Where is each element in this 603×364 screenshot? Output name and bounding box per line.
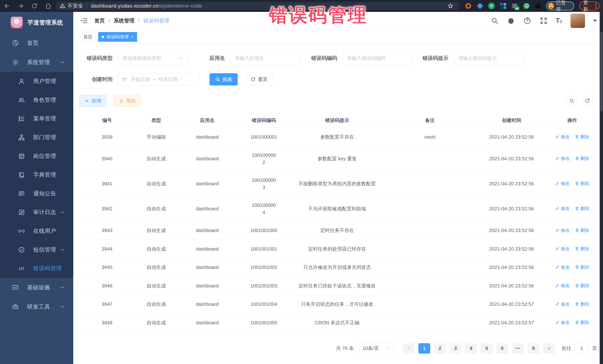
sidebar-item-error-code-management[interactable]: 错误码管理 [0, 259, 73, 278]
error-type-select[interactable]: 请选择错误码类型 [118, 52, 188, 65]
delete-link[interactable]: 删除 [575, 282, 589, 289]
header-search-icon[interactable] [491, 17, 499, 25]
extension-gem-icon[interactable] [476, 2, 483, 10]
cell-created: 2021-04-20 23:52:56 [476, 146, 547, 171]
breadcrumb-system[interactable]: 系统管理 [114, 17, 135, 24]
profile-paused-badge[interactable]: 已暂停 [546, 1, 574, 10]
delete-link[interactable]: 删除 [575, 133, 589, 140]
tab-close-icon[interactable]: × [131, 35, 134, 39]
address-bar[interactable]: 不安全 dashboard.yudao.iocoder.cn/system/er… [56, 2, 460, 10]
sidebar-item-system-management[interactable]: 系统管理 [0, 53, 73, 72]
extensions-puzzle-icon[interactable] [534, 2, 541, 10]
delete-link[interactable]: 删除 [575, 155, 589, 162]
tab-error-code-management[interactable]: 错误码管理 × [98, 32, 137, 42]
error-code-input[interactable]: 请输入错误码编码 [342, 52, 413, 65]
browser-scrollbar[interactable] [600, 0, 603, 364]
sidebar-item-label: 短信管理 [33, 246, 56, 254]
edit-link[interactable]: 修改 [555, 319, 570, 326]
sidebar-item-label: 研发工具 [27, 303, 50, 311]
browser-menu-kebab-icon[interactable] [595, 3, 596, 9]
add-button[interactable]: 新增 [79, 95, 106, 107]
browser-update-button[interactable]: 更新 [579, 1, 600, 11]
delete-link[interactable]: 删除 [575, 300, 589, 308]
edit-link[interactable]: 修改 [555, 205, 570, 212]
delete-link[interactable]: 删除 [575, 205, 589, 212]
next-page-button[interactable]: › [543, 343, 555, 354]
edit-link[interactable]: 修改 [555, 227, 570, 234]
prev-page-button[interactable]: ‹ [403, 343, 415, 354]
delete-link[interactable]: 删除 [575, 264, 589, 271]
edit-link[interactable]: 修改 [555, 155, 570, 162]
extension-orange-icon[interactable] [465, 2, 472, 10]
sidebar-item-dept-management[interactable]: 部门管理 [0, 128, 73, 147]
sidebar-item-audit-log[interactable]: 审计日志 [0, 203, 73, 222]
edit-link[interactable]: 修改 [555, 180, 570, 187]
filter-date-label: 创建时间 [79, 76, 113, 83]
reset-button[interactable]: 重置 [245, 73, 273, 86]
delete-link[interactable]: 删除 [575, 245, 589, 252]
bookmark-star-icon[interactable] [448, 3, 453, 9]
sidebar-item-label: 错误码管理 [33, 265, 62, 272]
sidebar-item-home[interactable]: 首页 [0, 33, 73, 53]
user-avatar[interactable] [570, 13, 585, 28]
delete-link[interactable]: 删除 [575, 180, 589, 187]
cell-id: 3947 [79, 295, 135, 314]
sidebar-item-infrastructure[interactable]: 基础设施 [0, 278, 73, 297]
error-hint-input[interactable]: 请输入错误码提示 [454, 52, 524, 65]
search-button[interactable]: 搜索 [209, 73, 238, 86]
page-button-4[interactable]: 4 [465, 343, 477, 354]
sidebar-item-user-management[interactable]: 用户管理 [0, 72, 73, 91]
font-size-icon[interactable]: TT [556, 17, 562, 24]
sidebar-item-sms-management[interactable]: 短信管理 [0, 240, 73, 259]
extension-v-icon[interactable]: V [488, 2, 495, 10]
edit-link[interactable]: 修改 [555, 264, 570, 271]
avatar-caret-icon[interactable] [593, 20, 597, 22]
page-button-5[interactable]: 5 [481, 343, 493, 354]
filter-app-label: 应用名 [203, 55, 225, 62]
edit-link[interactable]: 修改 [555, 133, 570, 140]
scrollbar-thumb[interactable] [600, 32, 603, 111]
extension-on-switch-icon[interactable]: on [511, 2, 518, 10]
sidebar-item-menu-management[interactable]: 菜单管理 [0, 109, 73, 128]
cell-id: 3946 [79, 277, 135, 295]
date-range-picker[interactable]: 开始日期 - 结束日期 [118, 73, 199, 86]
sidebar-item-dict-management[interactable]: 字典管理 [0, 165, 73, 184]
cell-app: dashboard [178, 146, 237, 171]
page-size-select[interactable]: 10条/页 [359, 342, 394, 354]
export-button[interactable]: 导出 [114, 95, 141, 107]
extension-grid-icon[interactable] [500, 2, 507, 10]
browser-forward-icon[interactable] [17, 2, 24, 10]
goto-page-input[interactable] [574, 343, 589, 354]
edit-link[interactable]: 修改 [555, 282, 570, 289]
page-button-1[interactable]: 1 [418, 343, 430, 354]
page-button-3[interactable]: 3 [450, 343, 462, 354]
help-icon[interactable] [523, 17, 531, 25]
fullscreen-icon[interactable] [540, 17, 548, 25]
delete-link[interactable]: 删除 [575, 319, 589, 326]
extension-key-icon[interactable] [523, 2, 530, 10]
edit-link[interactable]: 修改 [555, 245, 570, 252]
sidebar-item-post-management[interactable]: 岗位管理 [0, 147, 73, 165]
page-button-2[interactable]: 2 [434, 343, 446, 354]
browser-back-icon[interactable] [3, 2, 11, 10]
page-button-6[interactable]: 6 [496, 343, 508, 354]
show-search-toggle-button[interactable] [567, 95, 577, 106]
delete-link[interactable]: 删除 [575, 227, 589, 234]
date-separator: - [153, 77, 155, 82]
trash-icon [575, 302, 579, 306]
tab-home[interactable]: 首页 [80, 32, 96, 42]
refresh-table-button[interactable] [582, 95, 593, 106]
browser-home-icon[interactable] [45, 2, 52, 10]
sidebar-item-dev-tools[interactable]: 研发工具 [0, 297, 73, 316]
sidebar-collapse-icon[interactable] [80, 17, 88, 25]
app-name-input[interactable]: 请输入应用名 [230, 52, 301, 65]
browser-reload-icon[interactable] [31, 2, 38, 10]
page-button-8[interactable]: 8 [527, 343, 539, 354]
github-icon[interactable] [507, 17, 515, 25]
breadcrumb-home[interactable]: 首页 [94, 17, 105, 24]
edit-link[interactable]: 修改 [555, 300, 570, 308]
sidebar-item-online-users[interactable]: 在线用户 [0, 222, 73, 240]
sidebar-item-notice-announcement[interactable]: 通知公告 [0, 184, 73, 203]
more-pages-button[interactable]: ••• [512, 343, 524, 354]
sidebar-item-role-management[interactable]: 角色管理 [0, 91, 73, 109]
